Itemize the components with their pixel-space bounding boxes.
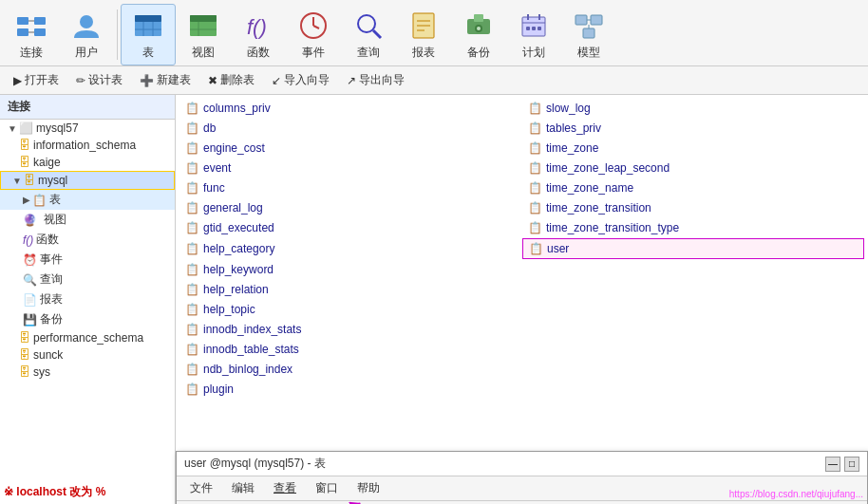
- tree-sunck[interactable]: 🗄 sunck: [0, 346, 175, 364]
- tree-func-folder[interactable]: f() 函数: [0, 230, 175, 250]
- svg-line-19: [313, 26, 319, 28]
- menu-view[interactable]: 查看: [268, 478, 302, 498]
- table-item-time-zone-leap-second[interactable]: 📋 time_zone_leap_second: [522, 159, 864, 177]
- table-item-db[interactable]: 📋 db: [179, 119, 521, 138]
- export-icon: ↗: [347, 74, 356, 87]
- tree-toggle-mysql[interactable]: ▼: [12, 176, 22, 186]
- table-item-innodb-index-stats[interactable]: 📋 innodb_index_stats: [179, 320, 521, 339]
- tree-backup-folder[interactable]: 💾 备份: [0, 309, 175, 329]
- sub-window-title-text: user @mysql (mysql57) - 表: [184, 456, 326, 472]
- svg-rect-35: [532, 27, 536, 30]
- toolbar-query[interactable]: 查询: [341, 4, 396, 65]
- model-icon: [572, 9, 606, 43]
- minimize-btn[interactable]: —: [825, 457, 840, 472]
- table-item-help-keyword[interactable]: 📋 help_keyword: [179, 260, 521, 279]
- table-item-help-relation[interactable]: 📋 help_relation: [179, 280, 521, 299]
- import-icon: ↙: [272, 74, 281, 87]
- table-item-ndb-binlog-index[interactable]: 📋 ndb_binlog_index: [179, 360, 521, 379]
- event-folder-icon: ⏰: [23, 253, 37, 267]
- table-item-tables-priv[interactable]: 📋 tables_priv: [522, 119, 864, 138]
- tree-view-folder[interactable]: 🔮 视图: [0, 210, 175, 230]
- delete-table-label: 删除表: [220, 72, 255, 88]
- tree-sys[interactable]: 🗄 sys: [0, 364, 175, 381]
- toolbar-connect[interactable]: 连接: [4, 4, 59, 65]
- tree-information-schema[interactable]: 🗄 information_schema: [0, 137, 175, 154]
- toolbar-divider-1: [117, 9, 118, 60]
- tree-table-folder[interactable]: ▶ 📋 表: [0, 190, 175, 210]
- table-item-columns-priv[interactable]: 📋 columns_priv: [179, 99, 521, 118]
- svg-point-20: [358, 15, 375, 32]
- new-table-btn[interactable]: ➕ 新建表: [132, 69, 198, 91]
- main-area: 连接 ▼ ⬜ mysql57 🗄 information_schema 🗄 ka…: [0, 95, 868, 504]
- table-item-icon: 📋: [185, 181, 199, 195]
- toolbar-backup[interactable]: 备份: [451, 4, 506, 65]
- table-item-event[interactable]: 📋 event: [179, 159, 521, 177]
- toolbar-user-label: 用户: [75, 45, 98, 61]
- toolbar-model[interactable]: 模型: [561, 4, 616, 65]
- tree-toggle-mysql57[interactable]: ▼: [8, 123, 17, 134]
- design-table-btn[interactable]: ✏ 设计表: [68, 69, 130, 91]
- table-item-func[interactable]: 📋 func: [179, 178, 521, 197]
- menu-help[interactable]: 帮助: [351, 478, 386, 498]
- menu-edit[interactable]: 编辑: [226, 478, 260, 498]
- table-item-user[interactable]: 📋 user: [522, 238, 864, 259]
- toolbar-schedule[interactable]: 计划: [506, 4, 561, 65]
- tree-toggle-biao[interactable]: ▶: [23, 195, 30, 205]
- svg-line-21: [373, 30, 381, 38]
- tree-query-folder[interactable]: 🔍 查询: [0, 270, 175, 289]
- toolbar-func[interactable]: f() 函数: [231, 4, 286, 65]
- menu-window[interactable]: 窗口: [310, 478, 344, 498]
- table-item-icon: 📋: [185, 161, 199, 175]
- restore-btn[interactable]: □: [844, 457, 859, 472]
- tree-kaige[interactable]: 🗄 kaige: [0, 154, 175, 171]
- import-label: 导入向导: [284, 72, 330, 88]
- tree-report-folder[interactable]: 📄 报表: [0, 289, 175, 309]
- table-item-icon: 📋: [528, 161, 542, 175]
- table-item-engine-cost[interactable]: 📋 engine_cost: [179, 139, 521, 158]
- table-item-icon: 📋: [185, 121, 199, 135]
- table-item-icon: 📋: [528, 181, 542, 195]
- toolbar-schedule-label: 计划: [522, 45, 545, 61]
- toolbar-user[interactable]: 用户: [59, 4, 114, 65]
- svg-rect-1: [17, 28, 28, 36]
- delete-table-btn[interactable]: ✖ 删除表: [200, 69, 262, 91]
- table-item-time-zone[interactable]: 📋 time_zone: [522, 139, 864, 158]
- svg-point-29: [477, 27, 481, 30]
- db-icon-1: 🗄: [19, 139, 30, 152]
- table-item-icon: 📋: [185, 141, 199, 155]
- table-item-plugin[interactable]: 📋 plugin: [179, 380, 521, 399]
- export-btn[interactable]: ↗ 导出向导: [339, 69, 412, 91]
- table-item-time-zone-name[interactable]: 📋 time_zone_name: [522, 178, 864, 197]
- tree-event-folder[interactable]: ⏰ 事件: [0, 250, 175, 270]
- menu-file[interactable]: 文件: [184, 478, 218, 498]
- toolbar-query-label: 查询: [357, 45, 380, 61]
- open-table-btn[interactable]: ▶ 打开表: [6, 69, 66, 91]
- svg-rect-3: [34, 28, 46, 36]
- table-item-slow-log[interactable]: 📋 slow_log: [522, 99, 864, 118]
- export-label: 导出向导: [359, 72, 405, 88]
- toolbar-view[interactable]: 视图: [176, 4, 231, 65]
- table-item-help-topic[interactable]: 📋 help_topic: [179, 300, 521, 319]
- tree-mysql-db[interactable]: ▼ 🗄 mysql: [0, 171, 175, 190]
- table-folder-icon: 📋: [32, 194, 47, 207]
- event-icon: [296, 9, 330, 43]
- import-btn[interactable]: ↙ 导入向导: [264, 69, 337, 91]
- table-item-innodb-table-stats[interactable]: 📋 innodb_table_stats: [179, 340, 521, 359]
- toolbar-event[interactable]: 事件: [286, 4, 341, 65]
- toolbar-table-label: 表: [142, 45, 154, 61]
- tree-performance-schema[interactable]: 🗄 performance_schema: [0, 329, 175, 346]
- toolbar-report[interactable]: 报表: [396, 4, 451, 65]
- tree-mysql57[interactable]: ▼ ⬜ mysql57: [0, 120, 175, 137]
- table-item-help-category[interactable]: 📋 help_category: [179, 238, 521, 259]
- view-icon: [186, 9, 220, 43]
- table-item-icon: 📋: [529, 242, 543, 255]
- table-item-time-zone-transition-type[interactable]: 📋 time_zone_transition_type: [522, 218, 864, 237]
- toolbar-report-label: 报表: [412, 45, 435, 61]
- table-item-gtid-executed[interactable]: 📋 gtid_executed: [179, 218, 521, 237]
- toolbar-table[interactable]: 表: [121, 4, 176, 65]
- schedule-icon: [517, 9, 551, 43]
- db-icon-6: 🗄: [19, 365, 30, 379]
- table-item-general-log[interactable]: 📋 general_log: [179, 198, 521, 217]
- table-item-time-zone-transition[interactable]: 📋 time_zone_transition: [522, 198, 864, 217]
- connect-icon: [14, 9, 48, 43]
